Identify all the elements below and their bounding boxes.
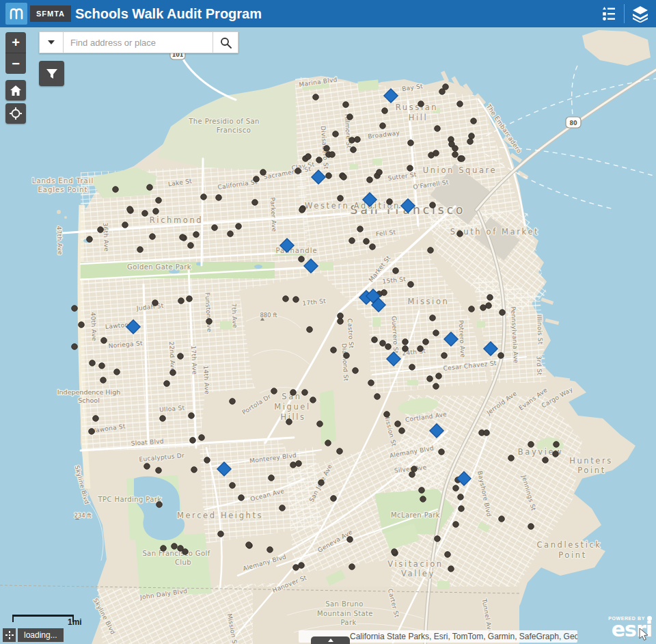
- school-dot[interactable]: [114, 369, 120, 375]
- school-dot[interactable]: [377, 170, 383, 176]
- school-dot[interactable]: [392, 549, 398, 555]
- school-dot[interactable]: [230, 483, 236, 489]
- school-dot[interactable]: [228, 231, 234, 237]
- school-dot[interactable]: [325, 440, 331, 446]
- school-dot[interactable]: [296, 461, 302, 467]
- school-dot[interactable]: [351, 147, 357, 153]
- school-dot[interactable]: [271, 388, 277, 394]
- school-dot[interactable]: [487, 295, 493, 301]
- school-dot[interactable]: [498, 353, 504, 359]
- zoom-in-button[interactable]: +: [5, 32, 26, 53]
- school-dot[interactable]: [459, 156, 465, 162]
- school-dot[interactable]: [101, 338, 107, 344]
- school-dot[interactable]: [338, 319, 344, 325]
- legend-button[interactable]: [597, 2, 620, 25]
- school-dot[interactable]: [486, 303, 492, 309]
- school-dot[interactable]: [193, 232, 200, 238]
- school-dot[interactable]: [190, 438, 196, 444]
- school-dot[interactable]: [372, 337, 378, 343]
- school-dot[interactable]: [180, 234, 186, 241]
- school-dot[interactable]: [89, 429, 95, 435]
- school-dot[interactable]: [355, 137, 361, 143]
- school-dot[interactable]: [357, 226, 364, 232]
- school-dot[interactable]: [316, 157, 323, 163]
- school-dot[interactable]: [368, 380, 374, 386]
- search-button[interactable]: [213, 31, 238, 53]
- school-dot[interactable]: [156, 468, 162, 474]
- attribution-expander[interactable]: [311, 636, 350, 644]
- locate-button[interactable]: [5, 103, 26, 124]
- school-dot[interactable]: [122, 222, 128, 228]
- school-dot[interactable]: [387, 199, 393, 205]
- school-dot[interactable]: [305, 154, 312, 160]
- school-dot[interactable]: [430, 315, 436, 321]
- school-dot[interactable]: [201, 194, 207, 200]
- school-dot[interactable]: [72, 306, 78, 312]
- school-dot[interactable]: [443, 84, 449, 90]
- school-dot[interactable]: [142, 211, 148, 217]
- school-dot[interactable]: [480, 305, 487, 311]
- school-dot[interactable]: [299, 256, 305, 263]
- school-dot[interactable]: [469, 306, 475, 312]
- school-dot[interactable]: [160, 416, 166, 422]
- school-dot[interactable]: [471, 118, 477, 124]
- school-dot[interactable]: [469, 133, 475, 139]
- school-dot[interactable]: [341, 174, 347, 180]
- school-dot[interactable]: [137, 247, 144, 253]
- school-dot[interactable]: [439, 449, 445, 455]
- school-dot[interactable]: [113, 187, 119, 193]
- home-button[interactable]: [5, 80, 26, 100]
- school-dot[interactable]: [164, 381, 170, 387]
- school-dot[interactable]: [349, 238, 355, 244]
- school-dot[interactable]: [189, 413, 195, 419]
- school-dot[interactable]: [393, 268, 399, 274]
- school-dot[interactable]: [318, 480, 325, 486]
- school-dot[interactable]: [313, 94, 319, 100]
- school-dot[interactable]: [299, 207, 305, 213]
- school-dot[interactable]: [252, 200, 258, 206]
- filter-button[interactable]: [39, 61, 64, 86]
- school-dot[interactable]: [419, 487, 425, 494]
- school-dot[interactable]: [236, 224, 242, 230]
- school-dot[interactable]: [199, 435, 205, 441]
- school-dot[interactable]: [156, 502, 163, 508]
- school-dot[interactable]: [543, 457, 549, 464]
- search-input[interactable]: [64, 31, 213, 53]
- school-dot[interactable]: [349, 137, 355, 144]
- school-dot[interactable]: [329, 152, 336, 158]
- school-dot[interactable]: [499, 516, 505, 522]
- school-dot[interactable]: [269, 475, 275, 481]
- school-dot[interactable]: [344, 353, 350, 359]
- school-dot[interactable]: [87, 237, 93, 243]
- school-dot[interactable]: [218, 531, 224, 537]
- school-dot[interactable]: [283, 296, 289, 302]
- school-dot[interactable]: [172, 544, 178, 550]
- zoom-out-button[interactable]: −: [5, 53, 26, 74]
- school-dot[interactable]: [293, 565, 299, 571]
- school-dot[interactable]: [216, 195, 222, 201]
- school-dot[interactable]: [430, 202, 436, 209]
- school-dot[interactable]: [347, 114, 353, 120]
- school-dot[interactable]: [347, 537, 353, 543]
- school-dot[interactable]: [553, 451, 559, 457]
- school-dot[interactable]: [302, 390, 308, 396]
- school-dot[interactable]: [127, 206, 133, 213]
- school-dot[interactable]: [467, 139, 474, 145]
- school-dot[interactable]: [310, 397, 316, 403]
- school-dot[interactable]: [238, 495, 245, 501]
- school-dot[interactable]: [508, 455, 515, 461]
- school-dot[interactable]: [457, 101, 463, 107]
- school-dot[interactable]: [433, 384, 439, 390]
- school-dot[interactable]: [204, 457, 210, 464]
- school-dot[interactable]: [408, 140, 414, 146]
- school-dot[interactable]: [453, 522, 459, 528]
- school-dot[interactable]: [331, 347, 337, 353]
- school-dot[interactable]: [98, 227, 104, 233]
- school-dot[interactable]: [420, 496, 426, 502]
- school-dot[interactable]: [418, 346, 424, 352]
- school-dot[interactable]: [246, 542, 252, 548]
- school-dot[interactable]: [338, 196, 344, 202]
- school-dot[interactable]: [427, 376, 433, 382]
- school-dot[interactable]: [178, 298, 184, 304]
- school-dot[interactable]: [367, 177, 373, 183]
